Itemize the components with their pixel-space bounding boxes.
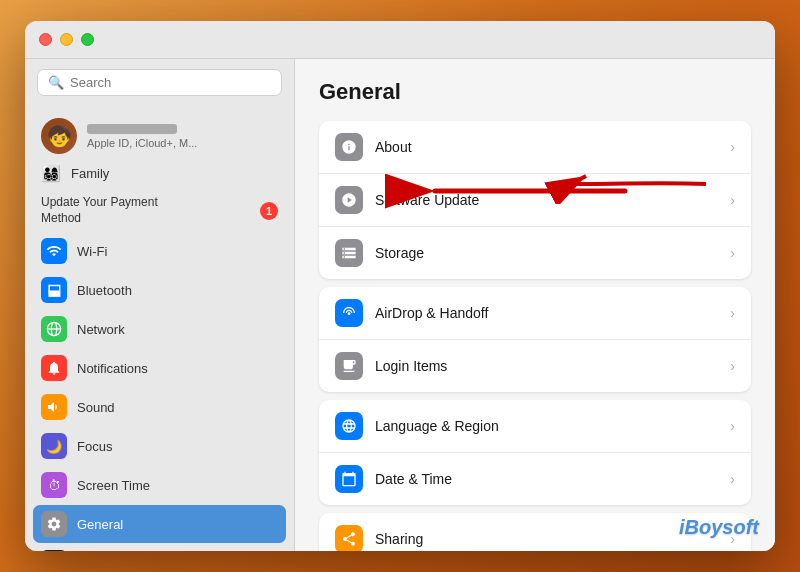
sharing-label: Sharing <box>375 531 730 547</box>
sidebar-item-family[interactable]: 👨‍👩‍👧‍👦 Family <box>33 158 286 189</box>
network-label: Network <box>77 322 125 337</box>
settings-group-3: Language & Region › Date & Time › <box>319 400 751 505</box>
sidebar: 🔍 🧒 Apple ID, iCloud+, M... <box>25 59 295 551</box>
login-items-chevron: › <box>730 358 735 374</box>
avatar-emoji: 🧒 <box>47 124 72 148</box>
sidebar-item-focus[interactable]: 🌙 Focus <box>33 427 286 465</box>
sidebar-item-general[interactable]: General <box>33 505 286 543</box>
sidebar-item-screen-time[interactable]: ⏱ Screen Time <box>33 466 286 504</box>
wifi-label: Wi-Fi <box>77 244 107 259</box>
settings-window: 🔍 🧒 Apple ID, iCloud+, M... <box>25 21 775 551</box>
about-chevron: › <box>730 139 735 155</box>
sharing-icon <box>335 525 363 551</box>
appearance-icon <box>41 550 67 551</box>
minimize-button[interactable] <box>60 33 73 46</box>
family-icon: 👨‍👩‍👧‍👦 <box>41 164 61 183</box>
datetime-chevron: › <box>730 471 735 487</box>
focus-label: Focus <box>77 439 112 454</box>
language-icon <box>335 412 363 440</box>
login-items-icon <box>335 352 363 380</box>
search-bar[interactable]: 🔍 <box>37 69 282 96</box>
settings-row-about[interactable]: About › <box>319 121 751 174</box>
storage-label: Storage <box>375 245 730 261</box>
content-area: 🔍 🧒 Apple ID, iCloud+, M... <box>25 59 775 551</box>
family-label: Family <box>71 166 109 181</box>
sidebar-item-appearance[interactable]: Appearance <box>33 544 286 551</box>
wifi-icon <box>41 238 67 264</box>
software-update-label: Software Update <box>375 192 730 208</box>
payment-badge: 1 <box>260 202 278 220</box>
settings-group-2: AirDrop & Handoff › Login Items › <box>319 287 751 392</box>
settings-group-1: About › Software Update › <box>319 121 751 279</box>
user-account-item[interactable]: 🧒 Apple ID, iCloud+, M... <box>33 110 286 158</box>
screen-time-label: Screen Time <box>77 478 150 493</box>
bluetooth-label: Bluetooth <box>77 283 132 298</box>
close-button[interactable] <box>39 33 52 46</box>
payment-text: Update Your Payment Method <box>41 195 201 226</box>
user-subtitle: Apple ID, iCloud+, M... <box>87 137 197 149</box>
settings-row-language[interactable]: Language & Region › <box>319 400 751 453</box>
titlebar <box>25 21 775 59</box>
about-icon <box>335 133 363 161</box>
user-info: Apple ID, iCloud+, M... <box>87 124 197 149</box>
main-panel: General About › Software Updat <box>295 59 775 551</box>
maximize-button[interactable] <box>81 33 94 46</box>
sidebar-list: 🧒 Apple ID, iCloud+, M... 👨‍👩‍👧‍👦 Family <box>25 106 294 551</box>
about-label: About <box>375 139 730 155</box>
general-label: General <box>77 517 123 532</box>
sound-icon <box>41 394 67 420</box>
datetime-icon <box>335 465 363 493</box>
sound-label: Sound <box>77 400 115 415</box>
storage-icon <box>335 239 363 267</box>
datetime-label: Date & Time <box>375 471 730 487</box>
avatar: 🧒 <box>41 118 77 154</box>
sharing-chevron: › <box>730 531 735 547</box>
login-items-label: Login Items <box>375 358 730 374</box>
airdrop-icon <box>335 299 363 327</box>
network-icon <box>41 316 67 342</box>
settings-group-4: Sharing › Time Machine › T <box>319 513 751 551</box>
page-title: General <box>319 79 751 105</box>
focus-icon: 🌙 <box>41 433 67 459</box>
bluetooth-icon: ⬓ <box>41 277 67 303</box>
general-icon <box>41 511 67 537</box>
sidebar-item-sound[interactable]: Sound <box>33 388 286 426</box>
sidebar-item-bluetooth[interactable]: ⬓ Bluetooth <box>33 271 286 309</box>
search-input[interactable] <box>70 75 271 90</box>
sidebar-item-payment[interactable]: Update Your Payment Method 1 <box>33 189 286 232</box>
sidebar-item-wifi[interactable]: Wi-Fi <box>33 232 286 270</box>
airdrop-chevron: › <box>730 305 735 321</box>
software-update-icon <box>335 186 363 214</box>
user-name <box>87 124 177 134</box>
language-chevron: › <box>730 418 735 434</box>
storage-chevron: › <box>730 245 735 261</box>
notifications-label: Notifications <box>77 361 148 376</box>
software-update-chevron: › <box>730 192 735 208</box>
settings-row-login-items[interactable]: Login Items › <box>319 340 751 392</box>
notifications-icon <box>41 355 67 381</box>
settings-row-airdrop[interactable]: AirDrop & Handoff › <box>319 287 751 340</box>
settings-row-sharing[interactable]: Sharing › <box>319 513 751 551</box>
settings-row-datetime[interactable]: Date & Time › <box>319 453 751 505</box>
sidebar-item-network[interactable]: Network <box>33 310 286 348</box>
settings-row-storage[interactable]: Storage › <box>319 227 751 279</box>
screen-time-icon: ⏱ <box>41 472 67 498</box>
sidebar-item-notifications[interactable]: Notifications <box>33 349 286 387</box>
language-label: Language & Region <box>375 418 730 434</box>
airdrop-label: AirDrop & Handoff <box>375 305 730 321</box>
search-icon: 🔍 <box>48 75 64 90</box>
settings-row-software-update[interactable]: Software Update › <box>319 174 751 227</box>
